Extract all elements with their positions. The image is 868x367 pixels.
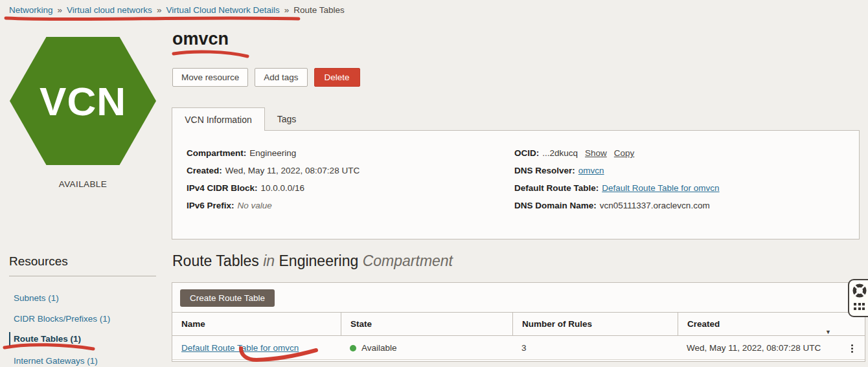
sidebar-item-route-tables[interactable]: Route Tables (1) — [9, 332, 81, 346]
tab-vcn-information[interactable]: VCN Information — [172, 107, 265, 131]
annotation-breadcrumb-underline — [6, 18, 299, 19]
add-tags-button[interactable]: Add tags — [255, 68, 307, 87]
vcn-badge-text: VCN — [40, 78, 126, 124]
delete-button[interactable]: Delete — [314, 68, 360, 87]
breadcrumb-link-networking[interactable]: Networking — [9, 5, 53, 15]
breadcrumb-separator: » — [157, 5, 162, 15]
route-table-name-link[interactable]: Default Route Table for omvcn — [181, 343, 299, 353]
field-dns-domain-name: DNS Domain Name:vcn05111337.oraclevcn.co… — [514, 201, 720, 218]
row-rules-cell: 3 — [512, 336, 678, 360]
row-state-cell: Available — [341, 336, 512, 360]
state-available-dot-icon — [350, 345, 356, 351]
column-header-state: State — [341, 313, 512, 336]
sidebar-item-cidr-blocks[interactable]: CIDR Blocks/Prefixes (1) — [9, 312, 110, 326]
apps-grid-icon — [854, 303, 865, 310]
row-actions-kebab-icon[interactable] — [847, 342, 856, 355]
action-buttons: Move resource Add tags Delete — [172, 68, 360, 87]
field-dns-resolver: DNS Resolver:omvcn — [514, 166, 720, 183]
vcn-information-panel: Compartment:Engineering Created:Wed, May… — [172, 130, 860, 239]
dns-resolver-link[interactable]: omvcn — [578, 166, 604, 175]
resources-divider — [9, 276, 156, 276]
move-resource-button[interactable]: Move resource — [172, 68, 248, 87]
annotation-title-underline — [174, 52, 247, 56]
row-created-cell: Wed, May 11, 2022, 08:07:28 UTC — [678, 336, 865, 360]
breadcrumb-link-vcn-details[interactable]: Virtual Cloud Network Details — [166, 5, 279, 15]
lifebuoy-icon — [852, 284, 867, 300]
sidebar-item-subnets[interactable]: Subnets (1) — [9, 291, 59, 306]
create-route-table-button[interactable]: Create Route Table — [180, 289, 275, 307]
resources-heading: Resources — [9, 254, 68, 269]
column-header-created: Created ▼ — [678, 313, 865, 336]
field-default-route-table: Default Route Table:Default Route Table … — [514, 183, 720, 201]
breadcrumb: Networking»Virtual cloud networks»Virtua… — [9, 5, 345, 15]
sidebar-item-internet-gateways[interactable]: Internet Gateways (1) — [9, 354, 98, 367]
breadcrumb-current-route-tables: Route Tables — [293, 5, 345, 15]
resource-status-label: AVAILABLE — [0, 179, 166, 189]
vcn-hexagon-icon: VCN — [10, 37, 156, 165]
support-widget[interactable] — [848, 279, 868, 317]
ocid-show-link[interactable]: Show — [585, 148, 607, 158]
field-ocid: OCID:...2dkucqShowCopy — [514, 148, 720, 166]
table-header-row: Name State Number of Rules Created ▼ — [172, 312, 865, 336]
breadcrumb-separator: » — [58, 5, 63, 15]
column-header-number-of-rules: Number of Rules — [512, 313, 678, 336]
table-row: Default Route Table for omvcn Available … — [172, 336, 865, 360]
field-compartment: Compartment:Engineering — [187, 148, 360, 166]
route-tables-card: Create Route Table Name State Number of … — [172, 282, 865, 362]
default-route-table-link[interactable]: Default Route Table for omvcn — [602, 183, 719, 193]
breadcrumb-separator: » — [284, 5, 290, 15]
breadcrumb-link-virtual-cloud-networks[interactable]: Virtual cloud networks — [67, 5, 152, 15]
ocid-copy-link[interactable]: Copy — [614, 148, 635, 158]
tab-tags[interactable]: Tags — [265, 107, 308, 131]
page-title: omvcn — [172, 29, 229, 49]
field-created: Created:Wed, May 11, 2022, 08:07:28 UTC — [187, 166, 360, 183]
field-ipv4-cidr: IPv4 CIDR Block:10.0.0.0/16 — [187, 183, 360, 201]
route-tables-section-heading: Route Tables in Engineering Compartment — [172, 252, 453, 270]
field-ipv6-prefix: IPv6 Prefix:No value — [187, 201, 360, 218]
column-header-name: Name — [172, 313, 341, 336]
